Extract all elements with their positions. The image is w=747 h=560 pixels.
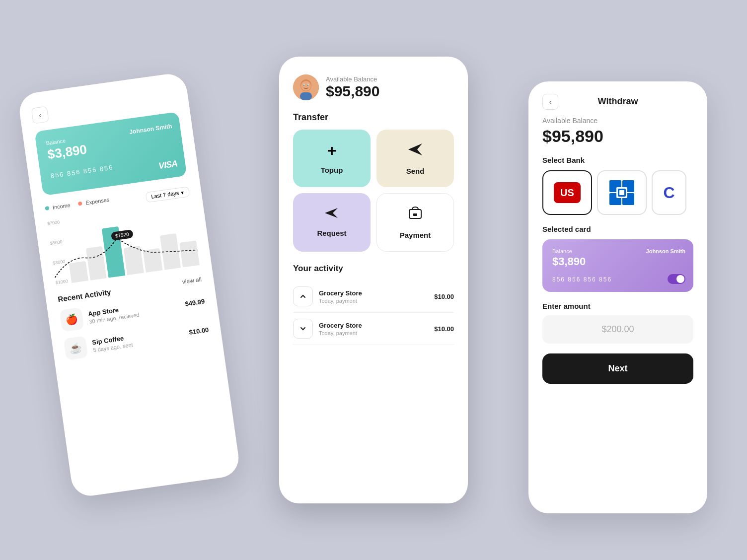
activity-amount-2: $10.00 <box>189 326 209 336</box>
svg-marker-8 <box>408 143 422 155</box>
svg-point-2 <box>301 81 311 91</box>
card-network: VISA <box>158 158 178 171</box>
sc-balance: $3,890 <box>552 255 683 268</box>
avatar-svg <box>293 74 319 100</box>
phone-header-right: ‹ Withdraw <box>542 96 693 107</box>
chart-legend: Income Expenses <box>45 197 110 211</box>
activity-arrow-2 <box>293 319 313 339</box>
svg-rect-7 <box>300 92 312 100</box>
available-amount: $95,890 <box>542 127 693 146</box>
svg-point-6 <box>307 84 308 85</box>
chase-logo <box>609 180 634 205</box>
chase-bank-card[interactable] <box>597 170 647 215</box>
chart-filter[interactable]: Last 7 days ▾ <box>145 186 190 203</box>
bar-6 <box>159 233 181 270</box>
amount-input[interactable]: $200.00 <box>542 315 693 344</box>
grocery-time-2: Today, payment <box>319 330 428 336</box>
transfer-section: Transfer + Topup Send <box>293 112 454 252</box>
activity-icon-coffee: ☕ <box>64 336 88 360</box>
chart-section: Income Expenses Last 7 days ▾ $7000 $500… <box>45 185 200 285</box>
grocery-amount-1: $10.00 <box>434 293 454 300</box>
bar-4 <box>124 246 144 275</box>
third-bank-card[interactable]: C <box>652 170 686 215</box>
svg-rect-11 <box>413 213 417 216</box>
balance-amount-middle: $95,890 <box>326 83 379 100</box>
grocery-name-1: Grocery Store <box>319 289 428 297</box>
bar-1 <box>69 261 88 283</box>
recent-activity-section: Recent Activity view all 🍎 App Store 30 … <box>57 275 210 360</box>
right-phone: ‹ Withdraw Available Balance $95,890 Sel… <box>528 81 707 513</box>
chart-tooltip: $7520 <box>111 229 134 241</box>
view-all-link[interactable]: view all <box>182 276 202 285</box>
bar-2 <box>86 246 107 280</box>
activity-info-2: Sip Coffee 5 days ago, sent <box>91 326 184 352</box>
send-label: Send <box>406 167 425 175</box>
next-button[interactable]: Next <box>542 353 693 384</box>
avatar <box>293 74 319 100</box>
transfer-title: Transfer <box>293 112 454 123</box>
sc-number: 856 856 856 856 <box>552 276 683 283</box>
phones-container: ‹ Balance $3,890 Johnson Smith 856 856 8… <box>0 57 747 503</box>
withdraw-title: Withdraw <box>598 96 638 107</box>
request-label: Request <box>317 229 346 237</box>
sc-holder: Johnson Smith <box>646 248 685 254</box>
chevron-down-icon: ▾ <box>180 189 184 196</box>
middle-phone: Available Balance $95,890 Transfer + Top… <box>279 57 468 503</box>
payment-card[interactable]: Payment <box>376 193 454 252</box>
bank-cards-row: US C <box>542 170 693 215</box>
grocery-time-1: Today, payment <box>319 298 428 304</box>
svg-rect-18 <box>619 190 624 195</box>
user-header: Available Balance $95,890 <box>293 74 454 100</box>
transfer-grid: + Topup Send <box>293 130 454 252</box>
balance-label-middle: Available Balance <box>326 75 379 83</box>
payment-label: Payment <box>400 231 431 239</box>
sc-toggle[interactable] <box>668 274 685 284</box>
send-card[interactable]: Send <box>376 130 454 187</box>
activity-section-title: Your activity <box>293 264 454 274</box>
send-icon <box>407 141 423 161</box>
us-bank-card[interactable]: US <box>542 170 592 215</box>
topup-icon: + <box>327 141 337 160</box>
legend-expenses: Expenses <box>78 197 110 207</box>
available-label: Available Balance <box>542 117 693 125</box>
activity-amount-1: $49.99 <box>185 297 205 307</box>
activity-icon-appstore: 🍎 <box>60 307 84 332</box>
activity-info-grocery-1: Grocery Store Today, payment <box>319 289 428 304</box>
topup-card[interactable]: + Topup <box>293 130 371 187</box>
activity-row-2: Grocery Store Today, payment $10.00 <box>293 313 454 345</box>
enter-amount-label: Enter amount <box>542 302 693 310</box>
activity-row-1: Grocery Store Today, payment $10.00 <box>293 280 454 313</box>
activity-info-1: App Store 30 min ago, recieved <box>87 297 180 324</box>
request-icon <box>324 205 340 223</box>
expenses-dot <box>78 202 82 206</box>
bar-7 <box>179 240 199 267</box>
back-button-right[interactable]: ‹ <box>542 94 558 110</box>
left-phone: ‹ Balance $3,890 Johnson Smith 856 856 8… <box>17 71 241 498</box>
bar-5 <box>143 248 162 273</box>
grocery-name-2: Grocery Store <box>319 322 428 329</box>
select-bank-label: Select Bank <box>542 156 693 164</box>
section-title: Recent Activity <box>57 287 111 303</box>
sc-toggle-dot <box>676 275 684 283</box>
svg-marker-9 <box>325 208 338 218</box>
svg-point-5 <box>303 84 304 85</box>
selected-credit-card: Balance $3,890 Johnson Smith 856 856 856… <box>542 239 693 292</box>
activity-info-grocery-2: Grocery Store Today, payment <box>319 322 428 336</box>
request-card[interactable]: Request <box>293 193 371 252</box>
balance-info: Available Balance $95,890 <box>326 75 379 100</box>
activity-section: Your activity Grocery Store Today, payme… <box>293 264 454 345</box>
topup-label: Topup <box>321 166 343 174</box>
selected-card-label: Selected card <box>542 225 693 233</box>
us-bank-logo: US <box>554 182 581 203</box>
back-button-left[interactable]: ‹ <box>31 106 49 124</box>
activity-arrow-1 <box>293 286 313 306</box>
legend-income: Income <box>45 202 71 211</box>
credit-card-left: Balance $3,890 Johnson Smith 856 856 856… <box>34 112 187 196</box>
payment-icon <box>407 206 423 225</box>
income-dot <box>45 206 49 210</box>
grocery-amount-2: $10.00 <box>434 325 454 333</box>
